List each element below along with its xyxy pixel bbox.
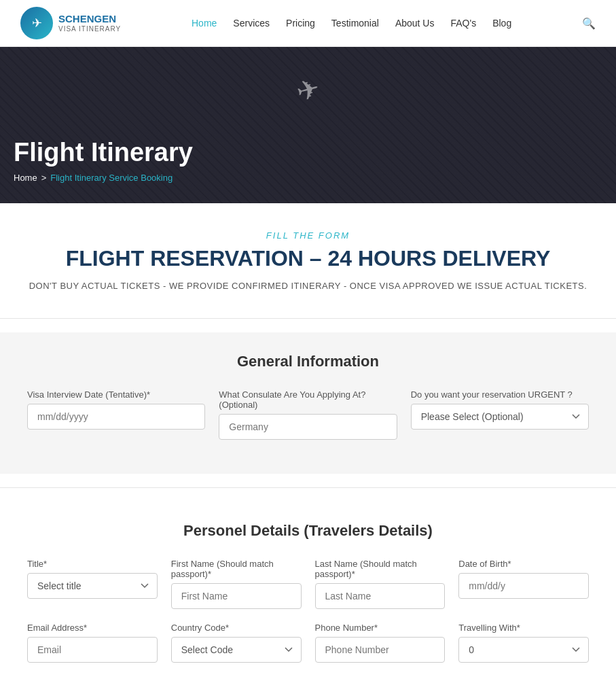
general-info-row: Visa Interview Date (Tentative)*What Con… [27, 389, 589, 440]
nav-item-home[interactable]: Home [192, 18, 217, 29]
input-dob[interactable] [458, 573, 589, 599]
nav-item-services[interactable]: Services [233, 18, 270, 29]
site-header: ✈ SCHENGEN VISA ITINERARY HomeServicesPr… [0, 0, 616, 47]
logo-icon: ✈ [20, 7, 53, 39]
label-title: Title* [27, 559, 158, 569]
input-phone[interactable] [315, 637, 446, 663]
label-email: Email Address* [27, 623, 158, 633]
logo-title: SCHENGEN [58, 14, 121, 25]
label-consulate: What Consulate Are You Applying At? (Opt… [219, 389, 397, 410]
field-travelling-with: Travelling With*012345+ [458, 623, 589, 663]
breadcrumb-home[interactable]: Home [14, 173, 37, 183]
label-first-name: First Name (Should match passport)* [171, 559, 302, 579]
field-urgent: Do you want your reservation URGENT ?Ple… [411, 389, 589, 440]
divider [0, 318, 616, 319]
hero-section: ✈ Flight Itinerary Home > Flight Itinera… [0, 47, 616, 203]
select-travelling-with[interactable]: 012345+ [458, 637, 589, 663]
personal-details-section: Personel Details (Travelers Details) Tit… [0, 502, 616, 696]
field-title: Title*Select titleMrMrsMsDr [27, 559, 158, 609]
label-phone: Phone Number* [315, 623, 446, 633]
field-dob: Date of Birth* [458, 559, 589, 609]
input-last-name[interactable] [315, 583, 446, 609]
select-urgent[interactable]: Please Select (Optional)Yes - UrgentNo -… [411, 404, 589, 430]
logo-subtitle: VISA ITINERARY [58, 25, 121, 33]
input-consulate[interactable] [219, 414, 397, 440]
hero-title: Flight Itinerary [14, 138, 596, 167]
input-first-name[interactable] [171, 583, 302, 609]
nav-item-testimonial[interactable]: Testimonial [331, 18, 379, 29]
label-country-code: Country Code* [171, 623, 302, 633]
label-dob: Date of Birth* [458, 559, 589, 569]
logo-text: SCHENGEN VISA ITINERARY [58, 14, 121, 33]
nav-item-aboutus[interactable]: About Us [395, 18, 435, 29]
main-title: FLIGHT RESERVATION – 24 HOURS DELIVERY [14, 246, 602, 271]
field-consulate: What Consulate Are You Applying At? (Opt… [219, 389, 397, 440]
plane-icon: ✈ [293, 71, 323, 107]
field-phone: Phone Number* [315, 623, 446, 663]
field-visa-date: Visa Interview Date (Tentative)* [27, 389, 205, 440]
label-last-name: Last Name (Should match passport)* [315, 559, 446, 579]
field-email: Email Address* [27, 623, 158, 663]
label-visa-date: Visa Interview Date (Tentative)* [27, 389, 205, 400]
personal-row1: Title*Select titleMrMrsMsDrFirst Name (S… [27, 559, 589, 609]
nav-item-blog[interactable]: Blog [492, 18, 511, 29]
breadcrumb-separator: > [41, 173, 47, 183]
label-urgent: Do you want your reservation URGENT ? [411, 389, 589, 400]
field-last-name: Last Name (Should match passport)* [315, 559, 446, 609]
main-nav: HomeServicesPricingTestimonialAbout UsFA… [192, 18, 511, 29]
personal-details-title: Personel Details (Travelers Details) [27, 522, 589, 540]
input-visa-date[interactable] [27, 404, 205, 430]
form-header: FILL THE FORM FLIGHT RESERVATION – 24 HO… [0, 203, 616, 304]
personal-row2: Email Address*Country Code*Select Code+1… [27, 623, 589, 663]
breadcrumb-current: Flight Itinerary Service Booking [50, 173, 173, 183]
general-info-title: General Information [27, 353, 589, 370]
nav-item-pricing[interactable]: Pricing [286, 18, 315, 29]
divider2 [0, 487, 616, 488]
nav-item-faqs[interactable]: FAQ's [450, 18, 476, 29]
select-country-code[interactable]: Select Code+1+44+49+33+91 [171, 637, 302, 663]
select-title[interactable]: Select titleMrMrsMsDr [27, 573, 158, 599]
label-travelling-with: Travelling With* [458, 623, 589, 633]
search-icon[interactable]: 🔍 [582, 17, 596, 30]
fill-label: FILL THE FORM [14, 230, 602, 241]
general-info-section: General Information Visa Interview Date … [0, 332, 616, 474]
breadcrumb: Home > Flight Itinerary Service Booking [14, 173, 596, 183]
field-first-name: First Name (Should match passport)* [171, 559, 302, 609]
subtitle-text: DON'T BUY ACTUAL TICKETS - WE PROVIDE CO… [14, 281, 602, 291]
input-email[interactable] [27, 637, 158, 663]
logo[interactable]: ✈ SCHENGEN VISA ITINERARY [20, 7, 121, 39]
field-country-code: Country Code*Select Code+1+44+49+33+91 [171, 623, 302, 663]
